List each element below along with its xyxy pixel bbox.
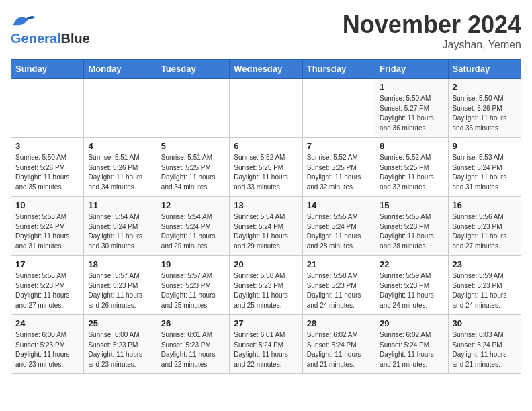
- day-info: Sunrise: 6:01 AM Sunset: 5:23 PM Dayligh…: [161, 330, 225, 369]
- calendar-cell: [84, 79, 157, 138]
- day-info: Sunrise: 5:55 AM Sunset: 5:24 PM Dayligh…: [307, 212, 371, 251]
- day-number: 16: [453, 200, 517, 210]
- calendar-cell: 7Sunrise: 5:52 AM Sunset: 5:25 PM Daylig…: [302, 138, 375, 197]
- page-header: General Blue November 2024 Jayshan, Yeme…: [11, 11, 521, 51]
- day-info: Sunrise: 5:54 AM Sunset: 5:24 PM Dayligh…: [234, 212, 298, 251]
- calendar-cell: 20Sunrise: 5:58 AM Sunset: 5:23 PM Dayli…: [230, 256, 302, 315]
- day-info: Sunrise: 5:57 AM Sunset: 5:23 PM Dayligh…: [88, 271, 152, 310]
- day-number: 6: [234, 141, 298, 151]
- day-number: 1: [380, 82, 443, 92]
- day-number: 30: [453, 318, 517, 328]
- day-number: 19: [161, 259, 225, 269]
- logo: General Blue: [11, 11, 90, 46]
- calendar-cell: 22Sunrise: 5:59 AM Sunset: 5:23 PM Dayli…: [375, 256, 448, 315]
- calendar-cell: 11Sunrise: 5:54 AM Sunset: 5:24 PM Dayli…: [84, 197, 157, 256]
- calendar-cell: 15Sunrise: 5:55 AM Sunset: 5:23 PM Dayli…: [375, 197, 448, 256]
- day-number: 24: [15, 318, 79, 328]
- calendar-cell: [230, 79, 302, 138]
- weekday-header-wednesday: Wednesday: [230, 60, 302, 79]
- day-number: 23: [453, 259, 517, 269]
- day-info: Sunrise: 5:55 AM Sunset: 5:23 PM Dayligh…: [380, 212, 443, 251]
- day-info: Sunrise: 5:59 AM Sunset: 5:23 PM Dayligh…: [453, 271, 517, 310]
- day-number: 21: [307, 259, 371, 269]
- day-info: Sunrise: 5:54 AM Sunset: 5:24 PM Dayligh…: [161, 212, 225, 251]
- calendar-cell: 3Sunrise: 5:50 AM Sunset: 5:26 PM Daylig…: [11, 138, 84, 197]
- day-info: Sunrise: 5:52 AM Sunset: 5:25 PM Dayligh…: [234, 153, 298, 192]
- day-number: 17: [15, 259, 79, 269]
- day-number: 8: [380, 141, 443, 151]
- day-info: Sunrise: 5:53 AM Sunset: 5:24 PM Dayligh…: [453, 153, 517, 192]
- day-number: 22: [380, 259, 443, 269]
- calendar-cell: 17Sunrise: 5:56 AM Sunset: 5:23 PM Dayli…: [11, 256, 84, 315]
- calendar-week-1: 1Sunrise: 5:50 AM Sunset: 5:27 PM Daylig…: [11, 79, 521, 138]
- day-info: Sunrise: 5:52 AM Sunset: 5:25 PM Dayligh…: [380, 153, 443, 192]
- day-info: Sunrise: 6:00 AM Sunset: 5:23 PM Dayligh…: [88, 330, 152, 369]
- day-info: Sunrise: 6:02 AM Sunset: 5:24 PM Dayligh…: [307, 330, 371, 369]
- calendar-cell: [11, 79, 84, 138]
- day-number: 27: [234, 318, 298, 328]
- day-info: Sunrise: 5:53 AM Sunset: 5:24 PM Dayligh…: [15, 212, 79, 251]
- day-number: 11: [88, 200, 152, 210]
- day-info: Sunrise: 5:56 AM Sunset: 5:23 PM Dayligh…: [15, 271, 79, 310]
- logo-general: General: [11, 31, 60, 46]
- calendar-week-2: 3Sunrise: 5:50 AM Sunset: 5:26 PM Daylig…: [11, 138, 521, 197]
- calendar-cell: 29Sunrise: 6:02 AM Sunset: 5:24 PM Dayli…: [375, 315, 448, 374]
- calendar-cell: 26Sunrise: 6:01 AM Sunset: 5:23 PM Dayli…: [157, 315, 229, 374]
- calendar-cell: 24Sunrise: 6:00 AM Sunset: 5:23 PM Dayli…: [11, 315, 84, 374]
- calendar-table: SundayMondayTuesdayWednesdayThursdayFrid…: [11, 59, 521, 374]
- month-title: November 2024: [343, 11, 521, 39]
- day-number: 29: [380, 318, 443, 328]
- day-number: 7: [307, 141, 371, 151]
- calendar-week-4: 17Sunrise: 5:56 AM Sunset: 5:23 PM Dayli…: [11, 256, 521, 315]
- day-number: 5: [161, 141, 225, 151]
- day-info: Sunrise: 5:50 AM Sunset: 5:26 PM Dayligh…: [15, 153, 79, 192]
- calendar-cell: 2Sunrise: 5:50 AM Sunset: 5:26 PM Daylig…: [448, 79, 521, 138]
- calendar-cell: 6Sunrise: 5:52 AM Sunset: 5:25 PM Daylig…: [230, 138, 302, 197]
- day-info: Sunrise: 6:01 AM Sunset: 5:24 PM Dayligh…: [234, 330, 298, 369]
- day-number: 14: [307, 200, 371, 210]
- calendar-cell: 8Sunrise: 5:52 AM Sunset: 5:25 PM Daylig…: [375, 138, 448, 197]
- calendar-cell: 30Sunrise: 6:03 AM Sunset: 5:24 PM Dayli…: [448, 315, 521, 374]
- calendar-cell: 16Sunrise: 5:56 AM Sunset: 5:23 PM Dayli…: [448, 197, 521, 256]
- day-info: Sunrise: 6:03 AM Sunset: 5:24 PM Dayligh…: [453, 330, 517, 369]
- day-info: Sunrise: 5:50 AM Sunset: 5:27 PM Dayligh…: [380, 94, 443, 133]
- day-number: 2: [453, 82, 517, 92]
- day-number: 28: [307, 318, 371, 328]
- calendar-cell: 5Sunrise: 5:51 AM Sunset: 5:25 PM Daylig…: [157, 138, 229, 197]
- location: Jayshan, Yemen: [343, 39, 521, 51]
- day-info: Sunrise: 5:50 AM Sunset: 5:26 PM Dayligh…: [453, 94, 517, 133]
- day-number: 13: [234, 200, 298, 210]
- calendar-cell: 13Sunrise: 5:54 AM Sunset: 5:24 PM Dayli…: [230, 197, 302, 256]
- calendar-cell: 25Sunrise: 6:00 AM Sunset: 5:23 PM Dayli…: [84, 315, 157, 374]
- weekday-header-monday: Monday: [84, 60, 157, 79]
- day-info: Sunrise: 5:51 AM Sunset: 5:25 PM Dayligh…: [161, 153, 225, 192]
- day-info: Sunrise: 5:56 AM Sunset: 5:23 PM Dayligh…: [453, 212, 517, 251]
- weekday-header-saturday: Saturday: [448, 60, 521, 79]
- day-info: Sunrise: 5:51 AM Sunset: 5:26 PM Dayligh…: [88, 153, 152, 192]
- day-info: Sunrise: 5:52 AM Sunset: 5:25 PM Dayligh…: [307, 153, 371, 192]
- day-number: 12: [161, 200, 225, 210]
- day-info: Sunrise: 6:00 AM Sunset: 5:23 PM Dayligh…: [15, 330, 79, 369]
- day-info: Sunrise: 5:54 AM Sunset: 5:24 PM Dayligh…: [88, 212, 152, 251]
- calendar-cell: [157, 79, 229, 138]
- calendar-week-5: 24Sunrise: 6:00 AM Sunset: 5:23 PM Dayli…: [11, 315, 521, 374]
- logo-blue: Blue: [60, 31, 89, 46]
- calendar-body: 1Sunrise: 5:50 AM Sunset: 5:27 PM Daylig…: [11, 79, 521, 374]
- calendar-cell: 1Sunrise: 5:50 AM Sunset: 5:27 PM Daylig…: [375, 79, 448, 138]
- calendar-cell: 10Sunrise: 5:53 AM Sunset: 5:24 PM Dayli…: [11, 197, 84, 256]
- day-info: Sunrise: 6:02 AM Sunset: 5:24 PM Dayligh…: [380, 330, 443, 369]
- day-number: 25: [88, 318, 152, 328]
- calendar-cell: 18Sunrise: 5:57 AM Sunset: 5:23 PM Dayli…: [84, 256, 157, 315]
- calendar-cell: 14Sunrise: 5:55 AM Sunset: 5:24 PM Dayli…: [302, 197, 375, 256]
- day-info: Sunrise: 5:58 AM Sunset: 5:23 PM Dayligh…: [234, 271, 298, 310]
- day-number: 4: [88, 141, 152, 151]
- calendar-cell: 4Sunrise: 5:51 AM Sunset: 5:26 PM Daylig…: [84, 138, 157, 197]
- day-info: Sunrise: 5:57 AM Sunset: 5:23 PM Dayligh…: [161, 271, 225, 310]
- calendar-cell: 21Sunrise: 5:58 AM Sunset: 5:23 PM Dayli…: [302, 256, 375, 315]
- calendar-cell: 28Sunrise: 6:02 AM Sunset: 5:24 PM Dayli…: [302, 315, 375, 374]
- day-number: 3: [15, 141, 79, 151]
- day-number: 10: [15, 200, 79, 210]
- weekday-header-friday: Friday: [375, 60, 448, 79]
- weekday-header-tuesday: Tuesday: [157, 60, 229, 79]
- day-number: 18: [88, 259, 152, 269]
